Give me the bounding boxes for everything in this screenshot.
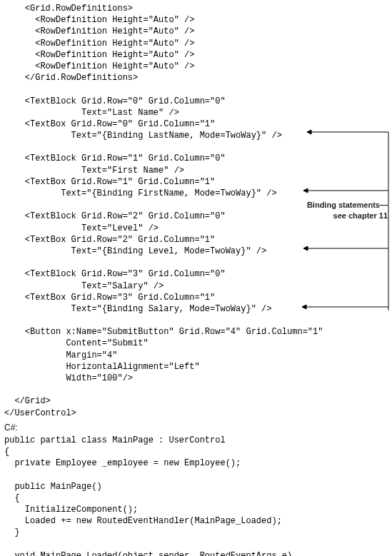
xaml-line: <TextBlock Grid.Row="3" Grid.Column="0" <box>4 268 388 280</box>
xaml-line: Text="First Name" /> <box>4 165 388 176</box>
xaml-line: Text="Last Name" /> <box>4 107 388 118</box>
xaml-line: <RowDefinition Height="Auto" /> <box>4 61 388 72</box>
xaml-line <box>4 315 388 326</box>
csharp-code-block: public partial class MainPage : UserCont… <box>4 435 388 556</box>
xaml-line: <TextBlock Grid.Row="1" Grid.Column="0" <box>4 153 388 164</box>
csharp-line <box>4 539 388 550</box>
csharp-section-label: C#: <box>4 422 388 433</box>
annotation-line-1: Binding statements <box>307 201 388 209</box>
xaml-line: Text="Level" /> <box>4 223 388 234</box>
xaml-line: <Button x:Name="SubmitButton" Grid.Row="… <box>4 326 388 338</box>
page-root: <Grid.RowDefinitions> <RowDefinition Hei… <box>0 0 392 556</box>
xaml-line: Content="Submit" <box>4 338 388 349</box>
xaml-line: <RowDefinition Height="Auto" /> <box>4 38 388 49</box>
xaml-line: Text="{Binding FirstName, Mode=TwoWay}" … <box>4 188 388 199</box>
xaml-line: Text="{Binding Salary, Mode=TwoWay}" /> <box>4 303 388 315</box>
xaml-line <box>4 84 388 95</box>
xaml-line: HorizontalAlignment="Left" <box>4 361 388 373</box>
xaml-line: Margin="4" <box>4 350 388 361</box>
xaml-line: </Grid.RowDefinitions> <box>4 72 388 84</box>
xaml-line: <RowDefinition Height="Auto" /> <box>4 26 388 37</box>
xaml-line: <TextBox Grid.Row="2" Grid.Column="1" <box>4 234 388 246</box>
csharp-line: public partial class MainPage : UserCont… <box>4 435 388 446</box>
xaml-line: </Grid> <box>4 395 388 407</box>
xaml-line <box>4 141 388 153</box>
csharp-line: InitializeComponent(); <box>4 504 388 515</box>
csharp-line: } <box>4 527 388 538</box>
xaml-line: <TextBlock Grid.Row="0" Grid.Column="0" <box>4 96 388 107</box>
xaml-line: Text="{Binding Level, Mode=TwoWay}" /> <box>4 246 388 257</box>
csharp-line: public MainPage() <box>4 481 388 492</box>
xaml-line: <RowDefinition Height="Auto" /> <box>4 49 388 61</box>
csharp-line: void MainPage_Loaded(object sender, Rout… <box>4 550 388 556</box>
annotation-line-2: see chapter 11 <box>333 211 388 220</box>
xaml-line: <Grid.RowDefinitions> <box>4 3 388 14</box>
csharp-line: { <box>4 492 388 504</box>
xaml-line: <TextBox Grid.Row="3" Grid.Column="1" <box>4 292 388 303</box>
csharp-line: Loaded += new RoutedEventHandler(MainPag… <box>4 515 388 527</box>
xaml-line: Width="100"/> <box>4 373 388 384</box>
csharp-line: private Employee _employee = new Employe… <box>4 458 388 469</box>
csharp-line: { <box>4 446 388 458</box>
xaml-line <box>4 257 388 268</box>
csharp-line <box>4 470 388 481</box>
xaml-line: </UserControl> <box>4 408 388 419</box>
xaml-line: Text="Salary" /> <box>4 280 388 292</box>
binding-annotation: Binding statements see chapter 11 <box>302 200 388 221</box>
xaml-line: Text="{Binding LastName, Mode=TwoWay}" /… <box>4 130 388 141</box>
xaml-line: <TextBox Grid.Row="1" Grid.Column="1" <box>4 176 388 188</box>
xaml-line: <TextBox Grid.Row="0" Grid.Column="1" <box>4 118 388 130</box>
xaml-line <box>4 384 388 395</box>
xaml-line: <RowDefinition Height="Auto" /> <box>4 14 388 26</box>
